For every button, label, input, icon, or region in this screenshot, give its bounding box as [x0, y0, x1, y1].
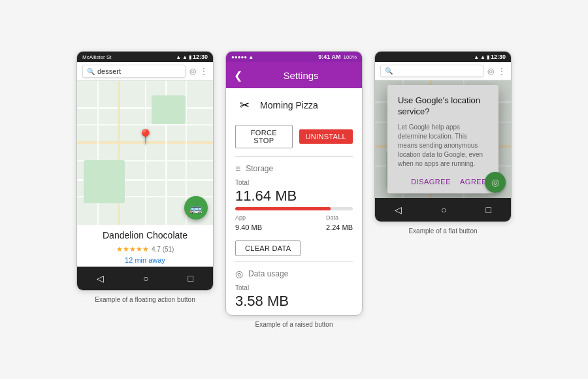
phone3-time: 12:30 [491, 54, 506, 60]
phone2-caption: Example of a raised button [255, 321, 333, 328]
phone1-status-bar: McAllister St ▲ ▲ ▮ 12:30 [77, 52, 213, 62]
phone1-status-icons: ▲ ▲ ▮ 12:30 [176, 54, 208, 60]
data-storage-label: Data [326, 214, 353, 221]
phone3-search-icon: 🔍 [385, 67, 393, 74]
app-icon: ✂ [235, 96, 253, 114]
phone3-signal-icon: ▲ [474, 54, 479, 60]
phone3-recent-nav-icon[interactable]: □ [486, 205, 491, 215]
search-bar: 🔍 dessert ◎ ⋮ [77, 62, 213, 81]
settings-title: Settings [248, 70, 354, 81]
status-carrier: McAllister St [82, 54, 111, 60]
main-container: McAllister St ▲ ▲ ▮ 12:30 🔍 dessert ◎ ⋮ [57, 38, 531, 341]
dialog-title: Use Google's location service? [398, 95, 488, 118]
back-nav-icon[interactable]: ◁ [97, 273, 104, 284]
storage-bar-fill [235, 207, 331, 210]
storage-label: Storage [246, 164, 273, 173]
phone3-fab[interactable]: ◎ [485, 172, 506, 193]
place-rating: 4.7 (51) [152, 246, 174, 253]
place-stars: ★★★★★ [116, 245, 149, 253]
phone3-back-nav-icon[interactable]: ◁ [395, 205, 402, 215]
disagree-button[interactable]: DISAGREE [410, 175, 452, 188]
phone2-status-bar: ●●●●● ▲ 9:41 AM 100% [226, 52, 362, 62]
storage-section-header: ≡ Storage [226, 157, 362, 176]
home-nav-icon[interactable]: ○ [143, 273, 148, 284]
storage-info: Total 11.64 MB App 9.40 MB Data 2.24 MB [226, 176, 362, 238]
phone3: ▲ ▲ ▮ 12:30 🔍 ◎ ⋮ [374, 51, 512, 222]
phone2-wrapper: ●●●●● ▲ 9:41 AM 100% ❮ Settings ✂ Mornin… [225, 51, 363, 328]
clear-data-button[interactable]: CLEAR DATA [235, 240, 301, 256]
phone3-battery-icon: ▮ [487, 54, 489, 60]
action-buttons-row: FORCE STOP UNINSTALL [226, 122, 362, 156]
floating-action-button[interactable]: 🚌 [184, 196, 208, 220]
phone2-battery: 100% [344, 54, 357, 60]
scissors-icon: ✂ [240, 98, 250, 112]
phone3-wifi-icon: ▲ [480, 54, 485, 60]
place-rating-row: ★★★★★ 4.7 (51) [85, 242, 205, 254]
phone1-nav-bar: ◁ ○ □ [77, 267, 213, 290]
phone1: McAllister St ▲ ▲ ▮ 12:30 🔍 dessert ◎ ⋮ [76, 51, 214, 291]
signal-icon: ▲ [176, 54, 181, 60]
storage-split: App 9.40 MB Data 2.24 MB [235, 214, 353, 233]
phone2-dots: ●●●●● ▲ [231, 54, 253, 60]
battery-icon: ▮ [189, 54, 191, 60]
back-button-icon[interactable]: ❮ [234, 69, 242, 82]
phone3-status-icons: ▲ ▲ ▮ 12:30 [474, 54, 506, 60]
data-usage-icon: ◎ [235, 269, 243, 279]
data-storage-size: 2.24 MB [326, 223, 353, 231]
phone3-status-bar: ▲ ▲ ▮ 12:30 [375, 52, 511, 62]
storage-icon: ≡ [235, 163, 240, 174]
location-dialog: Use Google's location service? Let Googl… [387, 85, 498, 193]
map-view[interactable]: 📍 🚌 [77, 81, 213, 225]
data-usage-label: Data usage [248, 269, 288, 278]
bus-icon: 🚌 [189, 202, 203, 214]
phone3-menu-icon: ⋮ [498, 67, 506, 76]
search-box[interactable]: 🔍 dessert [82, 65, 186, 78]
phone3-location-icon: ◎ [487, 67, 494, 76]
agree-button[interactable]: AGREE [459, 175, 488, 188]
phone2-time: 9:41 AM [318, 54, 340, 60]
phone3-home-nav-icon[interactable]: ○ [441, 205, 446, 215]
search-icon: 🔍 [87, 68, 95, 75]
data-total-label: Total [235, 284, 353, 291]
storage-data: Data 2.24 MB [326, 214, 353, 233]
place-info: Dandelion Chocolate ★★★★★ 4.7 (51) 12 mi… [77, 225, 213, 267]
location-fab-icon: ◎ [491, 177, 499, 188]
app-storage-label: App [235, 214, 262, 221]
storage-total-size: 11.64 MB [235, 188, 353, 205]
phone3-caption: Example of a flat button [408, 227, 477, 235]
phone1-caption: Example of a floating action button [95, 296, 195, 303]
settings-header: ❮ Settings [226, 62, 362, 88]
search-value: dessert [97, 67, 181, 75]
phone3-search-bar: 🔍 ◎ ⋮ [375, 62, 511, 80]
phone3-wrapper: ▲ ▲ ▮ 12:30 🔍 ◎ ⋮ [374, 51, 512, 235]
storage-bar [235, 207, 353, 210]
storage-app: App 9.40 MB [235, 214, 262, 233]
place-name: Dandelion Chocolate [85, 230, 205, 240]
uninstall-button[interactable]: UNINSTALL [299, 129, 353, 144]
storage-total-label: Total [235, 179, 353, 186]
dialog-body: Let Google help apps determine location.… [398, 123, 488, 169]
menu-icon: ⋮ [200, 67, 208, 76]
location-icon: ◎ [189, 67, 196, 76]
recent-nav-icon[interactable]: □ [188, 273, 193, 284]
phone3-nav-bar: ◁ ○ □ [375, 198, 511, 222]
map-background: 📍 🚌 [77, 81, 213, 225]
phone3-search-box[interactable]: 🔍 [380, 65, 483, 77]
data-usage-section-header: ◎ Data usage [226, 262, 362, 282]
phone3-map-view[interactable]: Use Google's location service? Let Googl… [375, 80, 511, 198]
wifi-icon: ▲ [182, 54, 188, 60]
force-stop-button[interactable]: FORCE STOP [235, 125, 293, 148]
phone1-wrapper: McAllister St ▲ ▲ ▮ 12:30 🔍 dessert ◎ ⋮ [76, 51, 214, 303]
dialog-actions: DISAGREE AGREE [398, 175, 488, 188]
app-row: ✂ Morning Pizza [226, 88, 362, 122]
phone2: ●●●●● ▲ 9:41 AM 100% ❮ Settings ✂ Mornin… [225, 51, 363, 316]
phone2-status-right: 9:41 AM 100% [318, 54, 357, 60]
map-pin: 📍 [137, 129, 154, 146]
place-distance: 12 min away [85, 256, 205, 264]
data-usage-info: Total 3.58 MB [226, 282, 362, 315]
phone1-time: 12:30 [193, 54, 208, 60]
data-total-size: 3.58 MB [235, 293, 353, 310]
app-storage-size: 9.40 MB [235, 223, 262, 231]
app-name: Morning Pizza [260, 100, 318, 110]
